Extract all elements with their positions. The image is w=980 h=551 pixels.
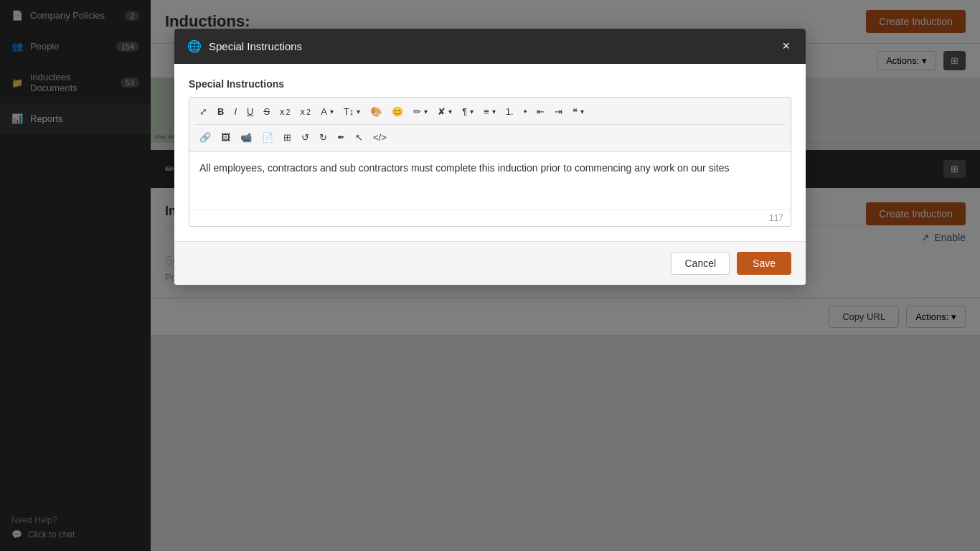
subscript-btn[interactable]: x2 [275,103,295,120]
bold-btn[interactable]: B [213,103,228,120]
file-btn[interactable]: 📄 [258,129,278,146]
quote-btn[interactable]: ❝ [568,103,588,120]
align-btn[interactable]: ≡ [479,103,500,120]
editor-text: All employees, contractors and sub contr… [199,162,729,174]
char-count: 117 [189,209,791,226]
highlight-btn[interactable]: ✏ [409,103,432,120]
modal-field-label: Special Instructions [189,78,791,90]
globe-icon: 🌐 [187,39,202,53]
modal-close-button[interactable]: × [779,39,793,54]
ordered-list-btn[interactable]: 1. [501,103,518,120]
toolbar-row-1: ⤢ B I U S x2 x2 A T↕ 🎨 😊 ✏ ✘ ¶ [195,102,785,121]
table-btn[interactable]: ⊞ [279,129,296,146]
editor-content-area[interactable]: All employees, contractors and sub contr… [189,152,791,209]
font-style-btn[interactable]: T↕ [339,103,364,120]
redo-btn[interactable]: ↻ [315,129,331,146]
image-btn[interactable]: 🖼 [217,129,235,146]
superscript-btn[interactable]: x2 [296,103,316,120]
strikethrough-btn[interactable]: S [259,103,274,120]
modal-header: 🌐 Special Instructions × [174,29,806,64]
link-btn[interactable]: 🔗 [195,129,215,146]
modal-body: Special Instructions ⤢ B I U S x2 x2 A T… [174,64,806,241]
code-btn[interactable]: </> [369,129,391,146]
modal-footer: Cancel Save [174,241,806,285]
save-button[interactable]: Save [737,252,791,275]
special-instructions-modal: 🌐 Special Instructions × Special Instruc… [174,29,806,285]
font-size-btn[interactable]: A [316,103,338,120]
indent-btn[interactable]: ⇥ [550,103,567,120]
rich-text-editor: ⤢ B I U S x2 x2 A T↕ 🎨 😊 ✏ ✘ ¶ [189,97,791,227]
cancel-button[interactable]: Cancel [671,252,730,275]
underline-btn[interactable]: U [242,103,258,120]
unordered-list-btn[interactable]: • [519,103,532,120]
undo-btn[interactable]: ↺ [297,129,314,146]
modal-overlay: 🌐 Special Instructions × Special Instruc… [0,0,980,551]
pen-btn[interactable]: ✒ [333,129,349,146]
paragraph-btn[interactable]: ¶ [458,103,478,120]
emoji-btn[interactable]: 😊 [387,103,407,120]
cursor-btn[interactable]: ↖ [351,129,367,146]
modal-title: Special Instructions [209,40,302,52]
editor-toolbar: ⤢ B I U S x2 x2 A T↕ 🎨 😊 ✏ ✘ ¶ [189,98,791,152]
outdent-btn[interactable]: ⇤ [532,103,549,120]
color-btn[interactable]: 🎨 [366,103,386,120]
video-btn[interactable]: 📹 [236,129,256,146]
toolbar-row-2: 🔗 🖼 📹 📄 ⊞ ↺ ↻ ✒ ↖ </> [195,124,785,147]
italic-btn[interactable]: I [230,103,241,120]
modal-title-area: 🌐 Special Instructions [187,39,302,53]
fullscreen-btn[interactable]: ⤢ [195,103,212,120]
clear-format-btn[interactable]: ✘ [433,103,456,120]
